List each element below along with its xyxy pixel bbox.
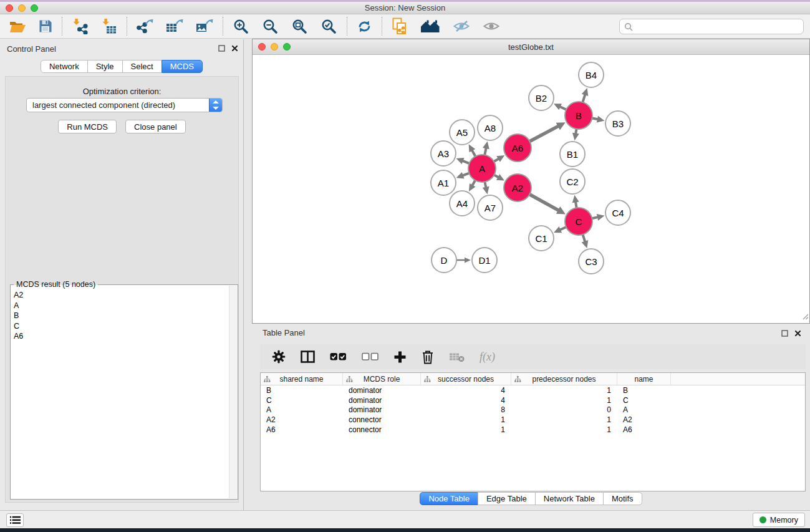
table-cell[interactable]: C [617,396,671,405]
import-table-button[interactable] [101,18,117,34]
table-row[interactable]: A6connector11A6 [261,425,805,435]
result-item[interactable]: A6 [12,331,228,342]
export-image-button[interactable] [196,18,213,34]
graph-node-C4[interactable]: C4 [605,200,631,226]
table-cell[interactable]: A [617,405,671,414]
graph-node-C3[interactable]: C3 [578,248,604,274]
tab-network[interactable]: Network [41,60,88,73]
graph-node-A1[interactable]: A1 [430,170,456,196]
table-settings-button[interactable] [272,350,286,364]
graph-node-A6[interactable]: A6 [503,133,532,162]
result-item[interactable]: A2 [12,290,228,301]
search-input[interactable] [636,22,803,31]
table-row[interactable]: Adominator80A [261,405,805,415]
save-session-button[interactable] [39,19,52,33]
zoom-selected-button[interactable] [321,18,337,35]
table-cell[interactable]: 1 [511,415,617,424]
result-item[interactable]: C [12,321,228,332]
table-cell[interactable]: dominator [343,396,421,405]
graph-node-B[interactable]: B [564,101,593,130]
export-table-button[interactable] [166,18,183,34]
graph-node-A3[interactable]: A3 [430,140,456,167]
show-graphics-button[interactable] [483,19,500,33]
column-header-MCDS-role[interactable]: MCDS role [343,373,421,385]
table-cell[interactable]: connector [343,415,421,424]
clone-network-button[interactable] [392,17,408,35]
table-cell[interactable]: A [261,405,343,414]
optimization-criterion-select[interactable]: largest connected component (directed) [26,98,223,112]
tab-motifs[interactable]: Motifs [603,492,642,505]
network-window-titlebar[interactable]: testGlobe.txt [253,39,809,55]
result-scrollbar[interactable] [229,286,237,498]
graph-node-B3[interactable]: B3 [605,110,631,137]
tab-style[interactable]: Style [87,60,123,73]
zoom-out-button[interactable] [262,18,279,35]
graph-node-D1[interactable]: D1 [471,247,498,273]
table-cell[interactable]: 1 [421,425,511,434]
table-cell[interactable]: dominator [343,386,421,395]
table-cell[interactable]: A6 [261,425,343,434]
table-cell[interactable]: A2 [617,415,671,424]
open-session-button[interactable] [9,20,26,33]
result-item[interactable]: B [12,311,228,321]
close-panel-icon[interactable] [794,330,801,337]
table-cell[interactable]: 4 [421,386,511,395]
graph-node-B4[interactable]: B4 [578,62,604,88]
graph-node-C1[interactable]: C1 [528,225,554,251]
home-button[interactable] [420,19,440,34]
column-header-successor-nodes[interactable]: successor nodes [421,373,511,385]
task-history-button[interactable] [6,513,24,527]
column-header-name[interactable]: name [617,373,671,385]
tab-network-table[interactable]: Network Table [535,492,604,505]
create-column-button[interactable] [393,351,407,364]
close-panel-button[interactable]: Close panel [125,120,186,133]
table-row[interactable]: Cdominator41C [261,395,805,405]
graph-node-D[interactable]: D [431,247,457,273]
graph-node-A8[interactable]: A8 [477,115,503,141]
graph-node-B1[interactable]: B1 [559,141,586,167]
table-cell[interactable]: 1 [511,386,617,395]
import-network-button[interactable] [72,18,89,34]
table-cell[interactable]: 1 [421,415,511,424]
table-cell[interactable]: B [617,386,671,395]
graph-node-A2[interactable]: A2 [503,173,532,202]
memory-button[interactable]: Memory [753,513,805,527]
table-cell[interactable]: B [261,386,343,395]
table-cell[interactable]: connector [343,425,421,434]
result-item[interactable]: A [12,301,228,311]
tab-edge-table[interactable]: Edge Table [478,492,536,505]
column-header-predecessor-nodes[interactable]: predecessor nodes [511,373,617,385]
graph-node-A5[interactable]: A5 [449,119,475,145]
graph-node-C2[interactable]: C2 [559,168,586,195]
graph-node-A[interactable]: A [468,154,496,183]
table-cell[interactable]: A6 [617,425,671,434]
refresh-button[interactable] [357,19,372,34]
table-row[interactable]: A2connector11A2 [261,415,805,425]
float-panel-icon[interactable] [218,45,225,52]
run-mcds-button[interactable]: Run MCDS [58,120,117,133]
close-panel-icon[interactable] [231,45,238,52]
deselect-all-rows-button[interactable] [362,352,378,361]
table-cell[interactable]: 4 [421,396,511,405]
delete-column-button[interactable] [422,350,434,364]
tab-select[interactable]: Select [122,60,162,73]
zoom-fit-button[interactable] [291,18,308,35]
network-canvas[interactable]: B4B2BB3A8A5A6A3B1AC2A1A2A4A7C4CC1C3DD1 [253,55,809,323]
table-cell[interactable]: A2 [261,415,343,424]
graph-node-A4[interactable]: A4 [449,190,475,216]
search-box[interactable] [619,19,804,34]
table-cell[interactable]: C [261,396,343,405]
table-cell[interactable]: dominator [343,405,421,414]
graph-node-C[interactable]: C [564,207,593,236]
hide-graphics-button[interactable] [453,19,470,33]
float-panel-icon[interactable] [781,330,788,337]
table-cell[interactable]: 1 [511,425,617,434]
graph-node-A7[interactable]: A7 [477,195,503,221]
show-columns-button[interactable] [301,351,315,363]
tab-mcds[interactable]: MCDS [162,60,203,73]
tab-node-table[interactable]: Node Table [420,492,478,505]
column-header-shared-name[interactable]: shared name [261,373,343,385]
table-cell[interactable]: 0 [511,405,617,414]
graph-node-B2[interactable]: B2 [528,85,554,111]
resize-handle[interactable] [801,311,809,322]
